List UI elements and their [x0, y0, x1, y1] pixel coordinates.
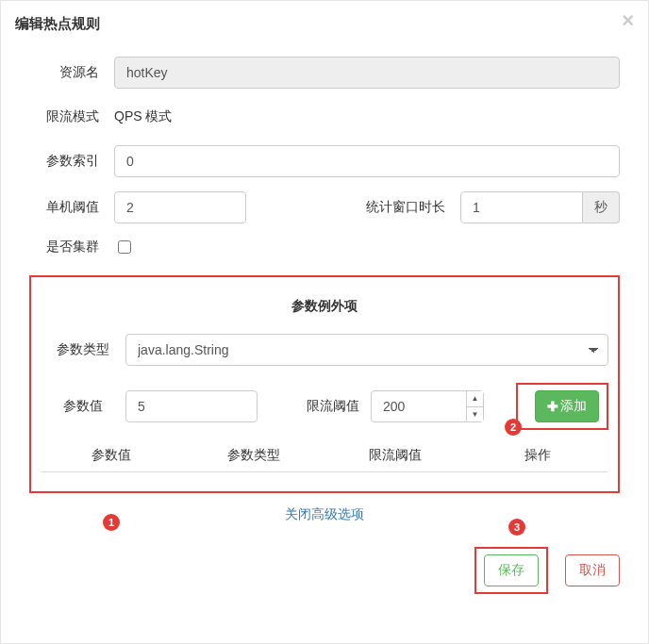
- threshold-label: 单机阈值: [29, 199, 114, 216]
- close-icon[interactable]: ×: [622, 10, 634, 31]
- param-index-input[interactable]: [114, 145, 620, 177]
- threshold-input[interactable]: [114, 191, 246, 223]
- cluster-label: 是否集群: [29, 239, 114, 256]
- row-mode: 限流模式 QPS 模式: [29, 103, 620, 131]
- modal-body: 资源名 限流模式 QPS 模式 参数索引 单机阈值 统计窗口时长 秒 是否集群: [1, 42, 648, 536]
- th-value: 参数值: [41, 447, 183, 464]
- save-button-highlight: 保存: [474, 547, 548, 594]
- spinner-buttons[interactable]: ▲ ▼: [466, 391, 483, 421]
- cluster-checkbox[interactable]: [118, 240, 131, 254]
- advanced-title: 参数例外项: [41, 298, 608, 315]
- mode-label: 限流模式: [29, 108, 114, 125]
- th-action: 操作: [467, 447, 609, 464]
- param-index-label: 参数索引: [29, 153, 114, 170]
- modal-title: 编辑热点规则: [15, 15, 634, 33]
- window-label: 统计窗口时长: [357, 199, 460, 216]
- spinner-up-icon[interactable]: ▲: [467, 391, 483, 407]
- row-param-index: 参数索引: [29, 145, 620, 177]
- annotation-3: 3: [508, 519, 525, 536]
- exception-table-header: 参数值 参数类型 限流阈值 操作: [41, 439, 608, 472]
- window-input[interactable]: [460, 191, 583, 223]
- row-resource: 资源名: [29, 57, 620, 89]
- annotation-1: 1: [103, 514, 120, 531]
- row-threshold-window: 单机阈值 统计窗口时长 秒: [29, 191, 620, 223]
- param-type-label: 参数类型: [41, 341, 125, 358]
- th-type: 参数类型: [183, 447, 325, 464]
- cancel-button[interactable]: 取消: [565, 554, 620, 586]
- th-limit: 限流阈值: [324, 447, 467, 464]
- modal-footer: 3 保存 取消: [1, 536, 648, 613]
- row-cluster: 是否集群: [29, 238, 620, 256]
- limit-label: 限流阈值: [295, 398, 371, 415]
- close-advanced-link[interactable]: 关闭高级选项: [285, 506, 364, 521]
- annotation-2: 2: [505, 419, 522, 436]
- param-value-label: 参数值: [41, 398, 125, 415]
- edit-hotspot-rule-modal: 编辑热点规则 × 资源名 限流模式 QPS 模式 参数索引 单机阈值 统计窗口时…: [0, 0, 649, 644]
- param-value-input[interactable]: [125, 390, 258, 422]
- limit-spinner[interactable]: ▲ ▼: [371, 390, 484, 422]
- resource-label: 资源名: [29, 64, 114, 81]
- mode-value: QPS 模式: [114, 103, 172, 131]
- advanced-section: 参数例外项 参数类型 java.lang.String 参数值 限流阈值 ▲ ▼: [29, 275, 620, 493]
- resource-input: [114, 57, 620, 89]
- add-button-highlight: ✚添加: [516, 383, 608, 430]
- modal-header: 编辑热点规则 ×: [1, 1, 648, 42]
- window-unit: 秒: [583, 191, 620, 223]
- plus-icon: ✚: [547, 399, 558, 414]
- add-button[interactable]: ✚添加: [535, 390, 599, 422]
- save-button[interactable]: 保存: [484, 554, 539, 586]
- param-type-select[interactable]: java.lang.String: [125, 334, 608, 366]
- spinner-down-icon[interactable]: ▼: [467, 407, 483, 422]
- row-param-value: 参数值 限流阈值 ▲ ▼ ✚添加 2: [41, 383, 608, 430]
- row-param-type: 参数类型 java.lang.String: [41, 334, 608, 366]
